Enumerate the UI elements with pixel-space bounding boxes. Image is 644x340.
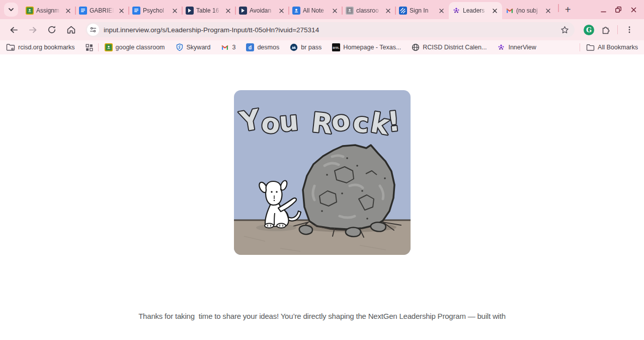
bookmark-desmos[interactable]: d desmos xyxy=(246,43,279,51)
extensions-button[interactable] xyxy=(599,23,612,36)
tab-leadership-active[interactable]: Leaders xyxy=(449,2,502,19)
back-arrow-icon xyxy=(9,25,19,35)
innerview-icon xyxy=(497,43,505,51)
bookmark-innerview[interactable]: InnerView xyxy=(497,43,536,51)
tab-close-icon[interactable] xyxy=(544,7,552,15)
reload-icon xyxy=(47,25,56,34)
minimize-icon xyxy=(600,7,607,13)
tab-no-subject-gmail[interactable]: (no subj xyxy=(502,2,555,19)
bookmark-label: rcisd.org bookmarks xyxy=(18,44,75,51)
bookmark-label: All Bookmarks xyxy=(598,44,638,51)
svg-text:DTL: DTL xyxy=(333,46,340,49)
tab-avoidance[interactable]: Avoidan xyxy=(235,2,289,19)
managed-bookmarks-folder[interactable]: rcisd.org bookmarks xyxy=(6,43,75,51)
tab-gabriel-doc[interactable]: GABRIEL xyxy=(75,2,129,19)
tab-close-icon[interactable] xyxy=(277,7,285,15)
shield-blue-icon xyxy=(176,43,184,51)
tab-close-icon[interactable] xyxy=(117,7,125,15)
folder-icon xyxy=(586,44,595,51)
dog-eye xyxy=(271,191,272,192)
google-docs-icon xyxy=(132,7,140,15)
restore-button[interactable] xyxy=(611,2,626,17)
tab-label: (no subj xyxy=(516,7,541,14)
star-icon xyxy=(560,26,569,34)
google-classroom-icon xyxy=(105,43,113,51)
new-tab-button[interactable]: + xyxy=(561,3,575,16)
grammarly-g-letter: G xyxy=(586,26,592,34)
bookmark-label: Homepage - Texas... xyxy=(343,44,401,51)
bookmark-br-pass[interactable]: br pass xyxy=(290,43,321,51)
bookmark-rcisd-calendar[interactable]: RCISD District Calen... xyxy=(412,43,487,51)
url-text[interactable]: input.innerview.org/s/Leadership-Program… xyxy=(104,26,558,34)
bookmark-homepage-texas[interactable]: DTL Homepage - Texas... xyxy=(332,43,401,51)
tab-sign-in[interactable]: Sign In xyxy=(395,2,449,19)
tab-psychology-doc[interactable]: Psychol xyxy=(129,2,182,19)
tab-label: Avoidan xyxy=(250,7,275,14)
close-icon xyxy=(630,7,637,13)
tab-close-icon[interactable] xyxy=(171,7,179,15)
skyward-stripes-icon xyxy=(399,7,407,15)
tab-assignments[interactable]: Assignm xyxy=(22,2,75,19)
bookmark-google-classroom[interactable]: google classroom xyxy=(105,43,165,51)
tab-close-icon[interactable] xyxy=(437,7,445,15)
tab-all-notes[interactable]: All Note xyxy=(289,2,342,19)
dog-nose xyxy=(273,200,274,201)
bookmark-skyward[interactable]: Skyward xyxy=(176,43,211,51)
bookmarks-divider xyxy=(98,43,99,51)
apps-grid-icon xyxy=(86,44,93,51)
site-settings-button[interactable] xyxy=(87,24,99,36)
navy-circle-mountain-icon xyxy=(290,43,298,51)
google-docs-icon xyxy=(79,7,87,15)
tab-classroom-inactive[interactable]: classroo xyxy=(342,2,395,19)
google-classroom-icon xyxy=(26,7,34,15)
all-bookmarks-button[interactable]: All Bookmarks xyxy=(586,44,638,51)
dog-foot xyxy=(265,224,274,228)
navy-arrow-app-icon xyxy=(186,7,194,15)
dog-foot xyxy=(277,224,286,228)
black-dtl-icon: DTL xyxy=(332,43,340,51)
innerview-icon xyxy=(452,7,460,15)
tab-label: classroo xyxy=(356,7,381,14)
you-rock-illustration: You Rock! xyxy=(234,90,411,255)
tab-close-icon[interactable] xyxy=(64,7,72,15)
apps-shortcut-button[interactable] xyxy=(86,44,93,51)
contacts-blue-icon xyxy=(292,7,300,15)
tab-divider xyxy=(558,4,559,12)
tab-close-icon[interactable] xyxy=(331,7,339,15)
dog-front-leg xyxy=(274,213,275,225)
reload-button[interactable] xyxy=(43,21,60,38)
bookmarks-bar: rcisd.org bookmarks google classroom Sky… xyxy=(0,40,644,54)
tab-close-icon[interactable] xyxy=(224,7,232,15)
tab-search-button[interactable] xyxy=(4,3,18,17)
tab-label: All Note xyxy=(303,7,328,14)
toolbar-divider xyxy=(617,25,618,34)
google-classroom-gray-icon xyxy=(346,7,354,15)
tab-label: Sign In xyxy=(410,7,435,14)
tab-close-icon[interactable] xyxy=(491,7,499,15)
window-controls xyxy=(596,0,644,19)
folder-gear-icon xyxy=(6,43,15,51)
home-button[interactable] xyxy=(62,21,79,38)
minimize-button[interactable] xyxy=(596,2,611,17)
gmail-icon xyxy=(506,7,514,15)
forward-button[interactable] xyxy=(24,21,41,38)
bookmark-star-button[interactable] xyxy=(558,23,571,36)
bookmark-gmail-count[interactable]: 3 xyxy=(221,43,235,51)
tab-table-16[interactable]: Table 16 xyxy=(182,2,235,19)
bookmark-label: RCISD District Calen... xyxy=(423,44,487,51)
tab-label: Assignm xyxy=(36,7,61,14)
browser-menu-button[interactable] xyxy=(623,23,636,36)
address-bar[interactable]: input.innerview.org/s/Leadership-Program… xyxy=(86,22,575,37)
bookmark-label: desmos xyxy=(257,44,279,51)
tab-label: GABRIEL xyxy=(90,7,115,14)
grammarly-extension-button[interactable]: G xyxy=(584,25,594,35)
tab-close-icon[interactable] xyxy=(384,7,392,15)
home-icon xyxy=(66,25,76,35)
kebab-menu-icon xyxy=(625,26,633,34)
page-content: You Rock! xyxy=(0,90,644,340)
close-window-button[interactable] xyxy=(626,2,641,17)
tab-label: Psychol xyxy=(143,7,168,14)
thank-you-message: Thanks for taking time to share your ide… xyxy=(126,292,518,340)
back-button[interactable] xyxy=(5,21,22,38)
extensions-area: G xyxy=(581,23,639,36)
